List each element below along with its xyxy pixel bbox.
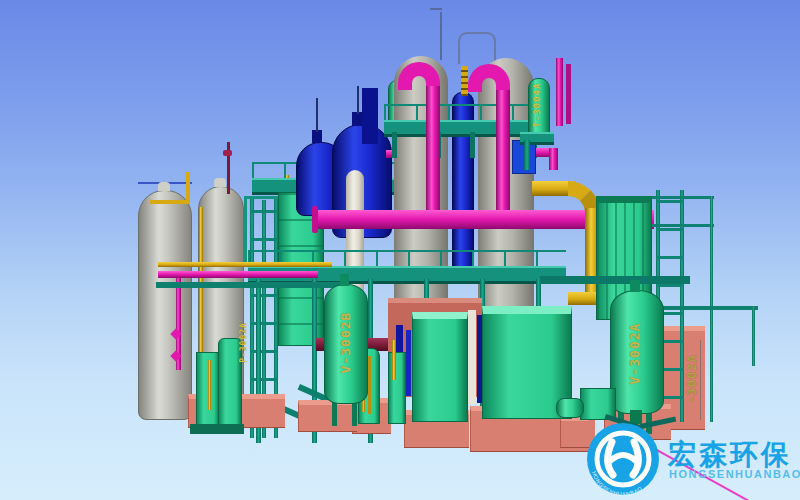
pipe-segment (468, 310, 476, 404)
pipe-segment (406, 330, 411, 396)
vent-stack (430, 8, 442, 10)
dark-blue-slab (362, 88, 378, 144)
pipe-segment (186, 172, 190, 204)
tag-leader-right: -3002A (685, 337, 699, 421)
frame-post (752, 306, 755, 366)
vessel-nozzle (630, 280, 640, 292)
tank-nozzle (214, 178, 226, 187)
tag-pump: P-3002A (239, 319, 248, 367)
tag-vessel-left: V-3002B (338, 301, 353, 385)
frame-beam (652, 224, 714, 227)
platform-brace (392, 132, 397, 158)
company-logo-mark: HONGSENHUANBAO (586, 422, 660, 496)
pipe-segment (540, 276, 690, 284)
tank-nozzle (158, 182, 170, 191)
pump-base (190, 424, 244, 434)
vent-u-pipe (458, 32, 496, 64)
pipe-segment (158, 262, 332, 267)
valve (223, 150, 232, 156)
storage-tank-left (138, 190, 192, 420)
pump-motor (556, 398, 584, 418)
equipment-skid (412, 312, 468, 422)
support-leg (524, 140, 530, 170)
magenta-downcomer (496, 90, 510, 216)
pipe-segment (556, 58, 563, 126)
plant-3d-render: T-3004A (0, 0, 800, 500)
leader-line (700, 340, 701, 420)
pipe-segment (566, 64, 571, 124)
company-name-en: HONGSENHUANBAO (669, 468, 800, 480)
frame-beam (652, 196, 714, 199)
level-gauge-gold (461, 66, 468, 96)
vent-stack (440, 12, 442, 60)
foundation-pad (298, 400, 357, 432)
vessel-nozzle (340, 274, 349, 286)
pipe-segment (156, 282, 346, 288)
foundation-pedestal (560, 416, 589, 448)
pipe-flange (312, 206, 318, 233)
pipe-segment (150, 200, 190, 204)
vent-line (357, 86, 359, 114)
pump-piping-gold (392, 340, 396, 380)
platform-brace (470, 132, 475, 158)
pipe-segment (158, 271, 318, 278)
pipe-segment (549, 148, 558, 170)
pipe-segment (648, 306, 758, 310)
pump-piping-gold (368, 356, 371, 414)
tag-small-column: T-3004A (532, 80, 542, 130)
magenta-downcomer (426, 86, 440, 216)
pump-piping-gold (208, 360, 211, 410)
pump-vertical (388, 352, 406, 424)
vent-line (316, 98, 318, 132)
tag-vessel-right: V-3002A (627, 312, 642, 396)
